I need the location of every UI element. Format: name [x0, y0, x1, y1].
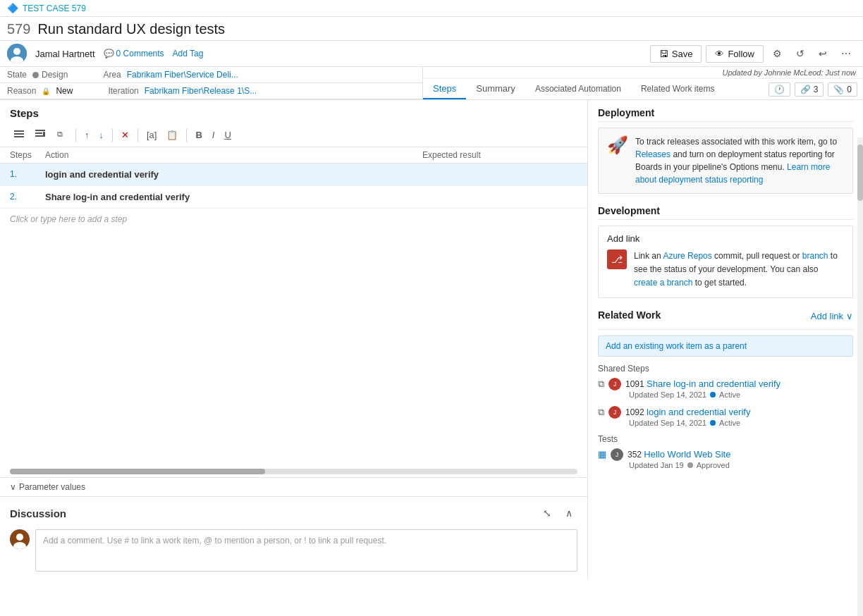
insert-shared-step-button[interactable]: [31, 126, 49, 144]
save-icon: 🖫: [659, 49, 668, 59]
tests-label: Tests: [598, 434, 853, 444]
add-link-button[interactable]: Add link ∨: [811, 311, 853, 321]
links-count: 3: [814, 85, 819, 94]
add-tag-button[interactable]: Add Tag: [173, 49, 204, 58]
branch-link[interactable]: branch: [802, 251, 828, 261]
expand-discussion-button[interactable]: ⤡: [538, 504, 556, 522]
right-scrollbar[interactable]: [857, 137, 863, 579]
work-item-title[interactable]: Run standard UX design tests: [37, 21, 225, 37]
main-layout: Steps ⧉ ↑ ↓ ✕ [a] 📋: [0, 100, 863, 579]
azure-repos-link[interactable]: Azure Repos: [663, 251, 711, 261]
shared-step-1091-meta: Updated Sep 14, 2021 Active: [629, 390, 853, 399]
iteration-label: Iteration: [108, 86, 138, 96]
shared-step-1091-type-icon: ⧉: [598, 378, 604, 390]
svg-rect-5: [14, 136, 24, 137]
test-352-link[interactable]: 352 Hello World Web Site: [628, 449, 730, 460]
more-button[interactable]: ⋯: [836, 44, 856, 63]
save-button[interactable]: 🖫 Save: [650, 45, 702, 63]
reason-value[interactable]: New: [56, 86, 73, 96]
test-352-row: ▦ J 352 Hello World Web Site: [598, 448, 853, 461]
shared-step-1092-link[interactable]: 1092 login and credential verify: [625, 407, 750, 417]
svg-text:⧉: ⧉: [57, 130, 63, 138]
create-branch-link[interactable]: create a branch: [634, 278, 692, 288]
step-action-1[interactable]: login and credential verify: [45, 169, 422, 180]
step-row-2[interactable]: 2. Share log-in and credential verify: [0, 186, 587, 209]
updated-text: Updated by Johnnie McLeod: Just now: [722, 68, 856, 77]
breadcrumb-label[interactable]: TEST CASE 579: [23, 4, 86, 13]
attachments-count: 0: [847, 85, 852, 94]
move-down-button[interactable]: ↓: [96, 128, 108, 142]
state-dot: [32, 72, 39, 78]
undo-button[interactable]: ↩: [814, 44, 832, 63]
svg-point-12: [16, 534, 23, 541]
toolbar-divider-3: [137, 129, 138, 142]
settings-button[interactable]: ⚙: [768, 44, 787, 63]
deployment-title: Deployment: [598, 107, 853, 122]
follow-button[interactable]: 👁 Follow: [706, 45, 764, 63]
discussion-header: Discussion ⤡ ∧: [10, 504, 577, 522]
releases-link[interactable]: Releases: [635, 149, 671, 159]
state-value[interactable]: Design: [32, 70, 68, 80]
reason-label: Reason: [7, 86, 36, 96]
author-name: Jamal Hartnett: [35, 49, 95, 59]
history-badge[interactable]: 🕐: [769, 82, 790, 97]
expected-col-header: Expected result: [422, 150, 577, 160]
links-icon: 🔗: [800, 85, 811, 94]
development-title: Development: [598, 205, 853, 220]
iteration-value[interactable]: Fabrikam Fiber\Release 1\S...: [145, 86, 257, 96]
links-badge[interactable]: 🔗 3: [795, 82, 824, 97]
svg-rect-4: [14, 133, 24, 135]
add-step-area[interactable]: Click or type here to add a step: [0, 209, 587, 230]
breadcrumb-icon: 🔷: [7, 3, 18, 13]
commenter-avatar: [10, 529, 30, 549]
param-button[interactable]: [a]: [143, 128, 160, 142]
horizontal-scrollbar[interactable]: [0, 466, 587, 477]
refresh-button[interactable]: ↺: [791, 44, 809, 63]
deployment-section: Deployment 🚀 To track releases associate…: [598, 107, 853, 194]
toolbar-right: 🖫 Save 👁 Follow ⚙ ↺ ↩ ⋯: [650, 44, 856, 63]
add-link-chevron-icon: ∨: [846, 311, 853, 321]
test-352: ▦ J 352 Hello World Web Site Updated Jan…: [598, 448, 853, 469]
italic-button[interactable]: I: [209, 128, 219, 142]
attachments-icon: 📎: [833, 85, 844, 94]
right-panel: Deployment 🚀 To track releases associate…: [588, 100, 863, 579]
state-field: State Design: [7, 70, 68, 80]
step-expected-2: [422, 192, 577, 202]
step-action-2[interactable]: Share log-in and credential verify: [45, 192, 422, 202]
parent-suggestion[interactable]: Add an existing work item as a parent: [598, 335, 853, 357]
svg-rect-3: [14, 130, 24, 132]
collapse-discussion-button[interactable]: ∧: [561, 504, 577, 522]
steps-table-header: Steps Action Expected result: [0, 147, 587, 164]
toolbar-divider-2: [112, 129, 113, 142]
comments-link[interactable]: 💬 0 Comments: [104, 49, 164, 58]
dev-text: Link an Azure Repos commit, pull request…: [634, 250, 844, 290]
toolbar-divider-1: [75, 129, 76, 142]
underline-button[interactable]: U: [221, 128, 234, 142]
title-bar: 579 Run standard UX design tests: [0, 17, 863, 41]
test-352-type-icon: ▦: [598, 449, 606, 460]
discussion-actions: ⤡ ∧: [538, 504, 577, 522]
deployment-box: 🚀 To track releases associated with this…: [598, 128, 853, 194]
move-up-button[interactable]: ↑: [81, 128, 93, 142]
related-work-section: Related Work Add link ∨ Add an existing …: [598, 309, 853, 469]
tab-summary[interactable]: Summary: [466, 79, 525, 99]
step-row-1[interactable]: 1. login and credential verify: [0, 164, 587, 186]
param-chevron-icon: ∨: [10, 482, 16, 492]
insert-step-button[interactable]: [10, 126, 28, 144]
shared-step-1091-link[interactable]: 1091 Share log-in and credential verify: [625, 378, 781, 389]
area-value[interactable]: Fabrikam Fiber\Service Deli...: [127, 70, 238, 80]
tab-automation[interactable]: Associated Automation: [525, 80, 631, 99]
attachments-badge[interactable]: 📎 0: [828, 82, 857, 97]
svg-rect-6: [35, 130, 45, 131]
bold-button[interactable]: B: [192, 128, 205, 142]
create-shared-button[interactable]: ⧉: [52, 126, 71, 144]
tab-steps[interactable]: Steps: [423, 79, 466, 99]
fields-area-2: Reason 🔒 New Iteration Fabrikam Fiber\Re…: [0, 83, 422, 99]
step-num-2: 2.: [10, 192, 45, 202]
copy-button[interactable]: 📋: [163, 128, 181, 142]
comment-input[interactable]: Add a comment. Use # to link a work item…: [35, 529, 577, 572]
action-col-header: Action: [45, 150, 422, 160]
param-toggle[interactable]: ∨ Parameter values: [10, 482, 577, 492]
tab-related[interactable]: Related Work items: [631, 80, 724, 99]
delete-button[interactable]: ✕: [118, 128, 133, 142]
